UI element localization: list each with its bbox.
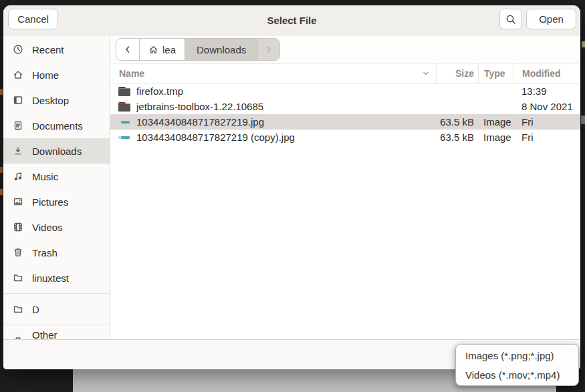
download-icon (13, 146, 23, 156)
sidebar-item-downloads[interactable]: Downloads (3, 138, 110, 164)
sidebar-item-desktop[interactable]: Desktop (3, 87, 110, 113)
sort-chevron-down-icon (422, 69, 430, 77)
sidebar-item-label: Videos (32, 222, 63, 233)
file-size: 63.5 kB (436, 132, 478, 143)
list-column-headers: Name Size Type Modified (110, 63, 580, 83)
sidebar-item-label: linuxtest (32, 272, 69, 284)
file-name: firefox.tmp (136, 85, 183, 97)
magnifier-icon (505, 14, 516, 25)
file-name: 10344340848717827219 (copy).jpg (136, 132, 295, 143)
file-row[interactable]: 10344340848717827219.jpg63.5 kBImageFri (110, 114, 580, 130)
file-modified: Fri (513, 116, 580, 128)
clock-icon (13, 44, 23, 55)
home-icon (148, 45, 158, 55)
column-header-name-label: Name (119, 68, 144, 79)
forward-button[interactable] (258, 39, 279, 60)
file-row[interactable]: firefox.tmp13:39 (110, 83, 580, 99)
file-name-cell: 10344340848717827219 (copy).jpg (110, 132, 436, 143)
chevron-left-icon (124, 45, 132, 53)
sidebar-item-pictures[interactable]: Pictures (3, 189, 110, 214)
image-thumbnail-icon (118, 118, 130, 127)
sidebar-item-linuxtest[interactable]: linuxtest (3, 265, 110, 290)
file-name: jetbrains-toolbox-1.22.10685 (136, 101, 263, 112)
folder-icon (118, 102, 130, 112)
background-terminal-fragment (0, 89, 3, 95)
folder-icon (13, 304, 23, 315)
pathbar-row: lea Downloads (110, 35, 580, 63)
picture-icon (13, 196, 23, 207)
sidebar-item-label: Music (32, 171, 58, 182)
sidebar-item-d[interactable]: D (3, 297, 110, 322)
column-header-size[interactable]: Size (436, 63, 478, 83)
file-modified: 13:39 (513, 85, 580, 97)
sidebar-item-documents[interactable]: Documents (3, 113, 110, 138)
sidebar-item-other-locations[interactable]: Other Locations (3, 328, 110, 339)
sidebar-item-videos[interactable]: Videos (3, 214, 110, 240)
background-window-fragment (581, 116, 585, 124)
file-chooser-dialog: Cancel Select File Open RecentHomeDeskto… (3, 5, 580, 369)
file-type: Image (478, 116, 513, 128)
file-filter-popup: Images (*.png;*.jpg)Videos (*.mov;*.mp4) (455, 344, 579, 386)
sidebar-item-label: Pictures (32, 196, 68, 208)
breadcrumb: lea Downloads (116, 38, 280, 61)
background-window-fragment (582, 41, 585, 47)
file-row[interactable]: jetbrains-toolbox-1.22.106858 Nov 2021 (110, 99, 580, 114)
file-name: 10344340848717827219.jpg (136, 116, 264, 128)
filter-option[interactable]: Images (*.png;*.jpg) (456, 346, 578, 365)
breadcrumb-home-button[interactable]: lea (140, 39, 185, 60)
filter-option[interactable]: Videos (*.mov;*.mp4) (456, 365, 578, 385)
file-size: 63.5 kB (436, 116, 478, 128)
open-button[interactable]: Open (526, 9, 576, 29)
dialog-content: RecentHomeDesktopDocumentsDownloadsMusic… (3, 35, 580, 339)
desktop-icon (13, 95, 23, 106)
film-icon (13, 222, 23, 232)
dialog-headerbar: Cancel Select File Open (3, 5, 580, 35)
music-icon (13, 171, 23, 182)
file-browser-pane: lea Downloads Name (110, 35, 580, 339)
sidebar-item-recent[interactable]: Recent (3, 37, 110, 62)
file-type: Image (478, 132, 513, 143)
sidebar-item-label: Trash (32, 247, 57, 258)
folder-icon (13, 272, 23, 283)
breadcrumb-home-label: lea (162, 44, 176, 55)
sidebar-item-label: Downloads (32, 146, 82, 157)
sidebar-item-label: Home (32, 69, 59, 81)
trash-icon (13, 247, 23, 258)
file-name-cell: firefox.tmp (110, 85, 436, 97)
sidebar-separator (3, 325, 110, 325)
image-thumbnail-icon (118, 133, 130, 142)
sidebar-item-label: Other Locations (32, 329, 100, 339)
sidebar-item-label: Desktop (32, 95, 69, 106)
sidebar-item-label: D (32, 304, 39, 315)
column-header-type[interactable]: Type (478, 63, 513, 83)
sidebar-item-label: Recent (32, 44, 64, 55)
document-icon (13, 120, 23, 131)
places-sidebar: RecentHomeDesktopDocumentsDownloadsMusic… (3, 35, 110, 339)
column-header-modified[interactable]: Modified (513, 63, 580, 83)
sidebar-item-label: Documents (32, 120, 83, 132)
file-name-cell: 10344340848717827219.jpg (110, 116, 436, 128)
back-button[interactable] (116, 39, 140, 60)
breadcrumb-current-button[interactable]: Downloads (185, 39, 258, 60)
column-header-name[interactable]: Name (110, 63, 436, 83)
sidebar-item-trash[interactable]: Trash (3, 240, 110, 265)
file-modified: 8 Nov 2021 (513, 101, 580, 112)
background-terminal-fragment (0, 189, 3, 195)
file-name-cell: jetbrains-toolbox-1.22.10685 (110, 101, 436, 112)
sidebar-item-home[interactable]: Home (3, 62, 110, 87)
file-modified: Fri (513, 132, 580, 143)
sidebar-item-music[interactable]: Music (3, 164, 110, 189)
dialog-title: Select File (3, 5, 580, 35)
chevron-right-icon (265, 45, 273, 53)
search-button[interactable] (499, 9, 522, 29)
home-icon (13, 69, 23, 80)
file-row[interactable]: 10344340848717827219 (copy).jpg63.5 kBIm… (110, 130, 580, 145)
folder-icon (118, 87, 130, 96)
file-list: firefox.tmp13:39jetbrains-toolbox-1.22.1… (110, 83, 580, 339)
background-terminal-fragment (0, 167, 3, 173)
sidebar-separator (3, 293, 110, 294)
